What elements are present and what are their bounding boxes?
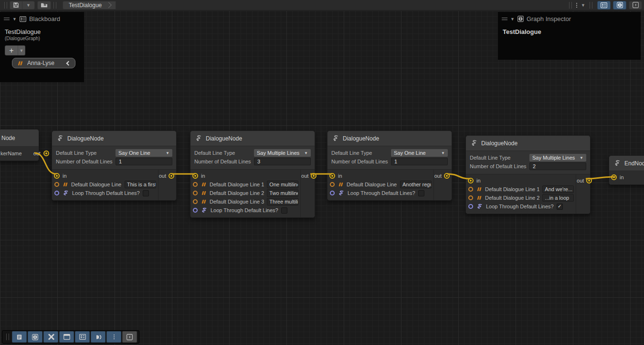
tools-button[interactable] bbox=[43, 331, 58, 343]
line-type-dropdown[interactable]: Say One Line ▼ bbox=[391, 149, 448, 157]
line-value-field[interactable]: This is a first bbox=[125, 181, 156, 188]
line-value-field[interactable]: Two multiline bbox=[267, 189, 298, 197]
blackboard-property-anna-lyse[interactable]: Anna-Lyse bbox=[12, 58, 75, 68]
in-port[interactable] bbox=[468, 178, 474, 183]
out-port[interactable] bbox=[444, 173, 450, 179]
line-value-field[interactable]: Another regu bbox=[400, 181, 432, 188]
line-type-dropdown[interactable]: Say One Line ▼ bbox=[116, 149, 172, 157]
start-node[interactable]: Node kerName out bbox=[0, 129, 39, 161]
dialogue-quote-icon bbox=[201, 199, 207, 204]
count-field[interactable]: 1 bbox=[391, 158, 448, 165]
line-value-field[interactable]: One multiline bbox=[267, 181, 298, 188]
loop-checkbox[interactable] bbox=[143, 190, 149, 196]
line-port[interactable] bbox=[54, 182, 59, 187]
loop-port[interactable] bbox=[193, 208, 198, 213]
inspector-button[interactable] bbox=[28, 331, 42, 343]
chevron-down-icon: ▼ bbox=[304, 151, 308, 155]
dropdown-value: Say Multiple Lines bbox=[257, 150, 299, 156]
toolbar-separator3 bbox=[590, 2, 592, 9]
loop-port[interactable] bbox=[330, 191, 335, 195]
count-label: Number of Default Lines bbox=[56, 159, 116, 164]
loop-port[interactable] bbox=[468, 204, 473, 209]
end-node[interactable]: EndNode in bbox=[609, 155, 644, 185]
node-header[interactable]: DialogueNode bbox=[52, 131, 176, 146]
node-header[interactable]: DialogueNode bbox=[466, 136, 590, 151]
script-icon bbox=[195, 135, 202, 142]
line-type-dropdown[interactable]: Say Multiple Lines ▼ bbox=[529, 154, 586, 162]
line-label: Default Dialogue Line 1 bbox=[210, 182, 264, 187]
dialogue-quote-icon bbox=[476, 187, 482, 192]
count-field[interactable]: 3 bbox=[254, 158, 311, 165]
dialogue-node-1[interactable]: DialogueNode Default Line Type Say One L… bbox=[52, 130, 177, 201]
panel-collapse-arrow[interactable]: ▼ bbox=[510, 17, 515, 22]
node-header[interactable]: EndNode bbox=[609, 156, 644, 171]
preview-button[interactable] bbox=[91, 331, 106, 343]
document-icon bbox=[16, 334, 22, 340]
out-label: out bbox=[33, 151, 41, 156]
line-port[interactable] bbox=[330, 182, 335, 187]
add-property-dropdown[interactable]: ▼ bbox=[18, 45, 25, 55]
count-label: Number of Default Lines bbox=[194, 159, 254, 164]
dialogue-node-4[interactable]: DialogueNode Default Line Type Say Multi… bbox=[465, 135, 591, 214]
component-inspector-button[interactable] bbox=[122, 331, 137, 343]
in-port[interactable] bbox=[54, 173, 60, 179]
panel-drag-grip[interactable] bbox=[4, 18, 10, 20]
add-property-button[interactable]: + bbox=[5, 45, 18, 55]
out-port[interactable] bbox=[311, 173, 317, 179]
panel-collapse-arrow[interactable]: ▼ bbox=[12, 17, 17, 22]
loop-checkbox[interactable] bbox=[281, 207, 287, 214]
node-header[interactable]: DialogueNode bbox=[327, 131, 452, 146]
in-port[interactable] bbox=[192, 173, 198, 179]
line-label: Default Dialogue Line 3 bbox=[210, 199, 264, 205]
blackboard-icon bbox=[20, 16, 26, 22]
out-port[interactable] bbox=[43, 151, 49, 156]
count-field[interactable]: 2 bbox=[529, 162, 586, 170]
out-port[interactable] bbox=[586, 178, 592, 183]
in-port[interactable] bbox=[611, 174, 617, 180]
panel-drag-grip[interactable] bbox=[502, 18, 507, 20]
line-port-2[interactable] bbox=[193, 191, 198, 195]
line-port-1[interactable] bbox=[468, 187, 473, 192]
loop-icon bbox=[201, 207, 208, 213]
dialogue-node-3[interactable]: DialogueNode Default Line Type Say One L… bbox=[327, 130, 452, 201]
count-field[interactable]: 1 bbox=[116, 158, 172, 165]
save-button[interactable] bbox=[10, 1, 22, 10]
loop-port[interactable] bbox=[54, 191, 59, 195]
line-port-1[interactable] bbox=[193, 182, 198, 187]
loop-checkbox[interactable]: ✓ bbox=[557, 204, 563, 210]
out-port[interactable] bbox=[169, 173, 174, 179]
info-icon bbox=[32, 334, 38, 340]
in-port[interactable] bbox=[329, 173, 335, 179]
save-dropdown-button[interactable]: ▼ bbox=[22, 1, 35, 10]
loop-label: Loop Through Default Lines? bbox=[72, 190, 140, 196]
overflow-menu-button[interactable] bbox=[574, 3, 579, 8]
dialogue-node-2[interactable]: DialogueNode Default Line Type Say Multi… bbox=[190, 130, 315, 218]
chevron-right-icon bbox=[106, 2, 112, 8]
line-value-field[interactable]: Three multili bbox=[267, 198, 298, 205]
line-type-label: Default Line Type bbox=[56, 150, 116, 156]
loop-label: Loop Through Default Lines? bbox=[211, 207, 278, 213]
chevron-left-icon[interactable] bbox=[66, 61, 71, 65]
blackboard-button[interactable] bbox=[75, 331, 90, 343]
open-asset-button[interactable] bbox=[37, 1, 51, 10]
node-header[interactable]: DialogueNode bbox=[190, 131, 315, 146]
notes-button[interactable] bbox=[12, 331, 27, 343]
toggle-graph-inspector-button[interactable] bbox=[613, 1, 626, 10]
line-port-3[interactable] bbox=[193, 199, 198, 204]
more-options-button[interactable] bbox=[106, 331, 121, 343]
toggle-blackboard-button[interactable] bbox=[597, 1, 611, 10]
blackboard-icon bbox=[79, 334, 86, 340]
window-button[interactable] bbox=[59, 331, 74, 343]
toolbar-drag-handle[interactable] bbox=[4, 2, 7, 9]
loop-checkbox[interactable] bbox=[418, 190, 424, 196]
line-value-field[interactable]: And we're... bbox=[542, 185, 574, 193]
overflow-menu-caret[interactable]: ▼ bbox=[579, 3, 587, 8]
node-header[interactable]: Node bbox=[0, 129, 39, 147]
line-port-2[interactable] bbox=[468, 195, 473, 200]
chevron-down-icon: ▼ bbox=[166, 151, 169, 155]
line-value-field[interactable]: ...in a loop bbox=[542, 194, 574, 202]
line-type-dropdown[interactable]: Say Multiple Lines ▼ bbox=[254, 149, 311, 157]
toggle-component-inspector-button[interactable] bbox=[629, 1, 642, 10]
toolbar-drag-handle[interactable] bbox=[6, 334, 9, 340]
breadcrumb-tab[interactable]: TestDialogue bbox=[63, 1, 116, 10]
